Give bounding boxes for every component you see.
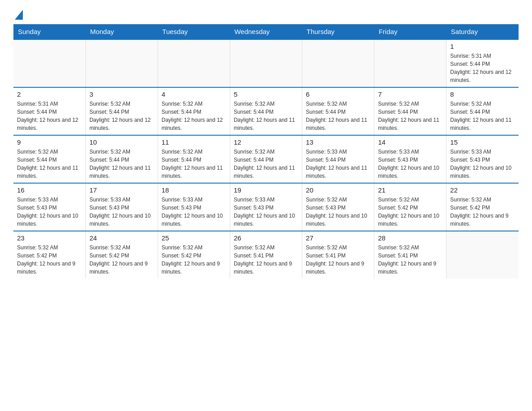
calendar-cell: 9Sunrise: 5:32 AM Sunset: 5:44 PM Daylig…: [13, 135, 86, 183]
calendar-week-row: 9Sunrise: 5:32 AM Sunset: 5:44 PM Daylig…: [13, 135, 519, 183]
logo: [13, 9, 23, 20]
calendar-cell: 10Sunrise: 5:32 AM Sunset: 5:44 PM Dayli…: [86, 135, 158, 183]
calendar-cell: 2Sunrise: 5:31 AM Sunset: 5:44 PM Daylig…: [13, 87, 86, 135]
day-number: 25: [162, 234, 226, 242]
calendar-cell: 18Sunrise: 5:33 AM Sunset: 5:43 PM Dayli…: [158, 183, 230, 231]
calendar-cell: [374, 39, 446, 87]
day-info: Sunrise: 5:33 AM Sunset: 5:43 PM Dayligh…: [378, 148, 442, 180]
day-number: 1: [450, 43, 515, 50]
day-info: Sunrise: 5:33 AM Sunset: 5:43 PM Dayligh…: [450, 148, 515, 180]
calendar-cell: [13, 39, 86, 87]
day-info: Sunrise: 5:32 AM Sunset: 5:44 PM Dayligh…: [234, 100, 298, 132]
day-info: Sunrise: 5:33 AM Sunset: 5:43 PM Dayligh…: [162, 196, 226, 228]
day-info: Sunrise: 5:32 AM Sunset: 5:42 PM Dayligh…: [90, 244, 154, 276]
calendar-cell: 6Sunrise: 5:32 AM Sunset: 5:44 PM Daylig…: [302, 87, 374, 135]
calendar-cell: 12Sunrise: 5:32 AM Sunset: 5:44 PM Dayli…: [230, 135, 302, 183]
calendar-table: SundayMondayTuesdayWednesdayThursdayFrid…: [13, 24, 519, 278]
day-info: Sunrise: 5:32 AM Sunset: 5:44 PM Dayligh…: [306, 100, 370, 132]
calendar-cell: 23Sunrise: 5:32 AM Sunset: 5:42 PM Dayli…: [13, 231, 86, 278]
day-number: 24: [90, 234, 154, 242]
day-info: Sunrise: 5:32 AM Sunset: 5:44 PM Dayligh…: [90, 100, 154, 132]
calendar-week-row: 23Sunrise: 5:32 AM Sunset: 5:42 PM Dayli…: [13, 231, 519, 278]
day-info: Sunrise: 5:33 AM Sunset: 5:43 PM Dayligh…: [90, 196, 154, 228]
day-info: Sunrise: 5:32 AM Sunset: 5:42 PM Dayligh…: [450, 196, 515, 228]
day-info: Sunrise: 5:33 AM Sunset: 5:43 PM Dayligh…: [234, 196, 298, 228]
day-info: Sunrise: 5:32 AM Sunset: 5:44 PM Dayligh…: [162, 100, 226, 132]
day-number: 8: [450, 90, 515, 98]
logo-triangle-icon: [15, 10, 23, 20]
svg-marker-0: [15, 10, 23, 20]
day-info: Sunrise: 5:32 AM Sunset: 5:42 PM Dayligh…: [17, 244, 82, 276]
day-number: 11: [162, 138, 226, 146]
day-number: 18: [162, 186, 226, 194]
day-info: Sunrise: 5:32 AM Sunset: 5:41 PM Dayligh…: [378, 244, 442, 276]
day-number: 27: [306, 234, 370, 242]
calendar-cell: 5Sunrise: 5:32 AM Sunset: 5:44 PM Daylig…: [230, 87, 302, 135]
calendar-cell: 28Sunrise: 5:32 AM Sunset: 5:41 PM Dayli…: [374, 231, 446, 278]
weekday-header-tuesday: Tuesday: [158, 24, 230, 39]
weekday-header-saturday: Saturday: [446, 24, 519, 39]
calendar-cell: 20Sunrise: 5:32 AM Sunset: 5:43 PM Dayli…: [302, 183, 374, 231]
calendar-week-row: 2Sunrise: 5:31 AM Sunset: 5:44 PM Daylig…: [13, 87, 519, 135]
day-number: 4: [162, 90, 226, 98]
calendar-cell: 17Sunrise: 5:33 AM Sunset: 5:43 PM Dayli…: [86, 183, 158, 231]
calendar-cell: [158, 39, 230, 87]
calendar-cell: [86, 39, 158, 87]
day-number: 16: [17, 186, 82, 194]
day-info: Sunrise: 5:31 AM Sunset: 5:44 PM Dayligh…: [17, 100, 82, 132]
weekday-header-row: SundayMondayTuesdayWednesdayThursdayFrid…: [13, 24, 519, 39]
day-info: Sunrise: 5:32 AM Sunset: 5:44 PM Dayligh…: [378, 100, 442, 132]
day-info: Sunrise: 5:33 AM Sunset: 5:43 PM Dayligh…: [17, 196, 82, 228]
calendar-cell: 3Sunrise: 5:32 AM Sunset: 5:44 PM Daylig…: [86, 87, 158, 135]
day-number: 19: [234, 186, 298, 194]
day-number: 28: [378, 234, 442, 242]
calendar-cell: 15Sunrise: 5:33 AM Sunset: 5:43 PM Dayli…: [446, 135, 519, 183]
calendar-cell: 8Sunrise: 5:32 AM Sunset: 5:44 PM Daylig…: [446, 87, 519, 135]
day-info: Sunrise: 5:32 AM Sunset: 5:42 PM Dayligh…: [378, 196, 442, 228]
day-info: Sunrise: 5:31 AM Sunset: 5:44 PM Dayligh…: [450, 52, 515, 84]
calendar-cell: 24Sunrise: 5:32 AM Sunset: 5:42 PM Dayli…: [86, 231, 158, 278]
calendar-week-row: 1Sunrise: 5:31 AM Sunset: 5:44 PM Daylig…: [13, 39, 519, 87]
calendar-cell: 13Sunrise: 5:33 AM Sunset: 5:44 PM Dayli…: [302, 135, 374, 183]
day-number: 5: [234, 90, 298, 98]
day-info: Sunrise: 5:32 AM Sunset: 5:44 PM Dayligh…: [17, 148, 82, 180]
weekday-header-sunday: Sunday: [13, 24, 86, 39]
calendar-cell: 11Sunrise: 5:32 AM Sunset: 5:44 PM Dayli…: [158, 135, 230, 183]
day-number: 10: [90, 138, 154, 146]
weekday-header-thursday: Thursday: [302, 24, 374, 39]
day-number: 12: [234, 138, 298, 146]
calendar-week-row: 16Sunrise: 5:33 AM Sunset: 5:43 PM Dayli…: [13, 183, 519, 231]
weekday-header-friday: Friday: [374, 24, 446, 39]
day-info: Sunrise: 5:32 AM Sunset: 5:43 PM Dayligh…: [306, 196, 370, 228]
weekday-header-wednesday: Wednesday: [230, 24, 302, 39]
day-number: 14: [378, 138, 442, 146]
day-info: Sunrise: 5:32 AM Sunset: 5:44 PM Dayligh…: [162, 148, 226, 180]
day-number: 9: [17, 138, 82, 146]
calendar-cell: 27Sunrise: 5:32 AM Sunset: 5:41 PM Dayli…: [302, 231, 374, 278]
calendar-cell: 22Sunrise: 5:32 AM Sunset: 5:42 PM Dayli…: [446, 183, 519, 231]
page-header: [13, 9, 519, 20]
day-number: 22: [450, 186, 515, 194]
day-info: Sunrise: 5:33 AM Sunset: 5:44 PM Dayligh…: [306, 148, 370, 180]
day-number: 23: [17, 234, 82, 242]
day-number: 6: [306, 90, 370, 98]
calendar-cell: 25Sunrise: 5:32 AM Sunset: 5:42 PM Dayli…: [158, 231, 230, 278]
calendar-cell: 1Sunrise: 5:31 AM Sunset: 5:44 PM Daylig…: [446, 39, 519, 87]
day-info: Sunrise: 5:32 AM Sunset: 5:41 PM Dayligh…: [234, 244, 298, 276]
day-number: 2: [17, 90, 82, 98]
day-number: 20: [306, 186, 370, 194]
day-info: Sunrise: 5:32 AM Sunset: 5:44 PM Dayligh…: [90, 148, 154, 180]
calendar-cell: [446, 231, 519, 278]
day-number: 3: [90, 90, 154, 98]
day-number: 15: [450, 138, 515, 146]
day-number: 26: [234, 234, 298, 242]
calendar-cell: 16Sunrise: 5:33 AM Sunset: 5:43 PM Dayli…: [13, 183, 86, 231]
calendar-cell: 19Sunrise: 5:33 AM Sunset: 5:43 PM Dayli…: [230, 183, 302, 231]
day-number: 17: [90, 186, 154, 194]
day-info: Sunrise: 5:32 AM Sunset: 5:41 PM Dayligh…: [306, 244, 370, 276]
weekday-header-monday: Monday: [86, 24, 158, 39]
calendar-cell: [302, 39, 374, 87]
day-number: 13: [306, 138, 370, 146]
calendar-cell: 4Sunrise: 5:32 AM Sunset: 5:44 PM Daylig…: [158, 87, 230, 135]
day-info: Sunrise: 5:32 AM Sunset: 5:42 PM Dayligh…: [162, 244, 226, 276]
